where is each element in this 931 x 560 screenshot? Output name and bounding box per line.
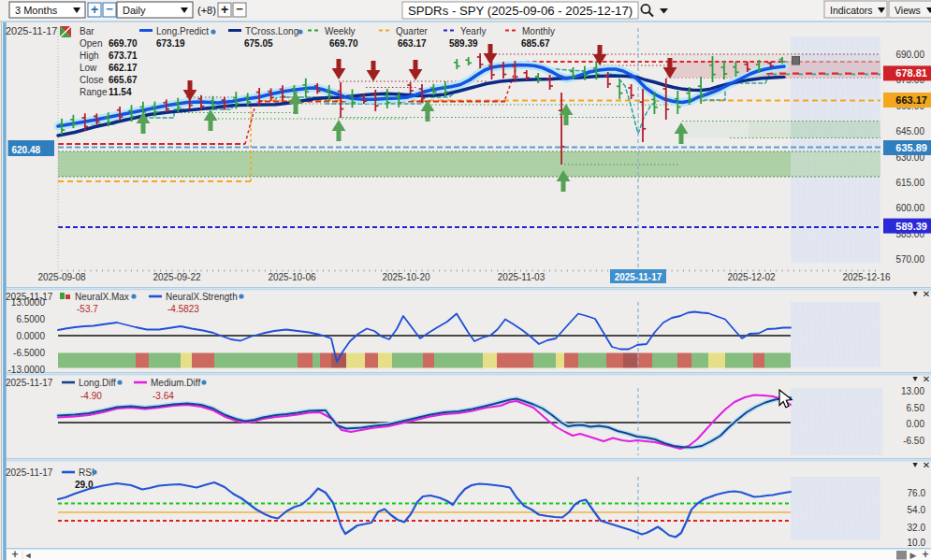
svg-text:54.0: 54.0 xyxy=(908,505,926,515)
svg-text:675.05: 675.05 xyxy=(244,38,273,49)
svg-text:▾: ▾ xyxy=(912,373,917,383)
svg-text:645.00: 645.00 xyxy=(895,126,924,136)
svg-text:-4.5823: -4.5823 xyxy=(167,304,199,314)
svg-text:NeuralX.Max: NeuralX.Max xyxy=(75,292,129,302)
svg-text:678.81: 678.81 xyxy=(895,67,927,79)
svg-text:+: + xyxy=(91,2,98,17)
svg-text:−: − xyxy=(236,2,243,16)
svg-text:-6.5000: -6.5000 xyxy=(13,348,45,358)
svg-text:635.89: 635.89 xyxy=(895,142,927,153)
svg-text:−: − xyxy=(106,2,113,16)
svg-text:2025-09-08: 2025-09-08 xyxy=(37,272,86,282)
svg-text:2025-11-17: 2025-11-17 xyxy=(6,467,53,478)
svg-text:▾: ▾ xyxy=(912,288,917,298)
svg-text:662.17: 662.17 xyxy=(109,63,138,73)
svg-text:13.00: 13.00 xyxy=(901,386,924,396)
svg-text:0.0000: 0.0000 xyxy=(16,331,45,341)
svg-text:Close: Close xyxy=(80,75,104,85)
svg-text:Daily: Daily xyxy=(123,5,146,16)
svg-text:11.54: 11.54 xyxy=(109,87,132,97)
svg-text:589.39: 589.39 xyxy=(449,38,478,49)
svg-text:-6.50: -6.50 xyxy=(903,436,924,446)
svg-text:2025-11-17: 2025-11-17 xyxy=(6,25,57,36)
svg-text:620.48: 620.48 xyxy=(12,145,41,155)
svg-text:13.0000: 13.0000 xyxy=(11,297,46,308)
svg-text:◄: ◄ xyxy=(24,551,33,560)
svg-text:Bar: Bar xyxy=(80,26,95,36)
svg-text:+: + xyxy=(922,548,928,560)
svg-text:570.00: 570.00 xyxy=(895,254,924,265)
svg-text:Long.Predict: Long.Predict xyxy=(156,26,209,36)
svg-text:Indicators: Indicators xyxy=(830,5,873,16)
svg-text:-53.7: -53.7 xyxy=(77,304,98,314)
svg-text:690.00: 690.00 xyxy=(895,50,924,60)
svg-text:Medium.Diff: Medium.Diff xyxy=(151,378,200,388)
svg-text:76.0: 76.0 xyxy=(908,488,926,498)
svg-text:32.0: 32.0 xyxy=(908,523,926,533)
svg-text:2025-12-02: 2025-12-02 xyxy=(727,272,776,282)
svg-text:Low: Low xyxy=(80,63,97,73)
svg-text:2025-11-17: 2025-11-17 xyxy=(6,378,53,388)
svg-text:Range: Range xyxy=(80,87,108,97)
svg-text:673.71: 673.71 xyxy=(109,50,138,61)
svg-text:615.00: 615.00 xyxy=(895,178,924,188)
svg-text:2025-10-20: 2025-10-20 xyxy=(382,272,430,282)
svg-text:✕: ✕ xyxy=(923,374,930,384)
svg-text:-4.90: -4.90 xyxy=(80,391,102,401)
svg-text:589.39: 589.39 xyxy=(895,221,927,232)
svg-text:665.67: 665.67 xyxy=(109,75,138,85)
svg-text:663.17: 663.17 xyxy=(398,38,427,49)
svg-text:NeuralX.Strength: NeuralX.Strength xyxy=(166,292,238,302)
svg-text:669.70: 669.70 xyxy=(329,38,358,49)
svg-text:669.70: 669.70 xyxy=(109,38,138,49)
svg-text:685.67: 685.67 xyxy=(521,38,550,49)
svg-text:Yearly: Yearly xyxy=(460,26,486,36)
svg-text:-3.64: -3.64 xyxy=(153,391,174,401)
svg-text:673.19: 673.19 xyxy=(156,38,185,49)
svg-text:10.0: 10.0 xyxy=(908,538,926,548)
svg-text:High: High xyxy=(80,50,99,61)
svg-text:TCross.Long: TCross.Long xyxy=(245,26,298,36)
svg-text:Monthly: Monthly xyxy=(522,26,555,36)
svg-text:Long.Diff: Long.Diff xyxy=(79,378,116,388)
svg-text:+: + xyxy=(11,548,18,560)
svg-text:2025-12-16: 2025-12-16 xyxy=(842,272,891,282)
svg-text:Open: Open xyxy=(80,38,102,49)
svg-text:+: + xyxy=(221,2,228,17)
svg-text:0.00: 0.00 xyxy=(907,419,925,429)
svg-text:3 Months: 3 Months xyxy=(15,5,58,16)
svg-text:✕: ✕ xyxy=(923,289,930,299)
svg-text:663.17: 663.17 xyxy=(895,94,927,106)
svg-text:2025-11-03: 2025-11-03 xyxy=(498,272,546,282)
svg-text:-13.0000: -13.0000 xyxy=(8,365,46,375)
svg-text:RSI: RSI xyxy=(79,467,95,478)
svg-text:6.50: 6.50 xyxy=(907,403,925,413)
svg-text:✕: ✕ xyxy=(923,460,930,470)
svg-text:6.5000: 6.5000 xyxy=(16,314,45,324)
svg-text:SPDRs - SPY (2025-09-06 - 2025: SPDRs - SPY (2025-09-06 - 2025-12-17) xyxy=(408,4,633,18)
svg-text:(+8): (+8) xyxy=(197,5,216,16)
svg-text:Weekly: Weekly xyxy=(325,26,356,36)
svg-text:2025-11-17: 2025-11-17 xyxy=(615,272,662,282)
svg-text:600.00: 600.00 xyxy=(895,203,924,213)
svg-text:Quarter: Quarter xyxy=(396,26,429,36)
svg-text:▾: ▾ xyxy=(912,459,917,469)
svg-text:2025-10-06: 2025-10-06 xyxy=(268,272,316,282)
svg-text:▶: ▶ xyxy=(910,551,917,560)
svg-text:2025-09-22: 2025-09-22 xyxy=(153,272,201,282)
svg-text:Views: Views xyxy=(895,5,921,16)
